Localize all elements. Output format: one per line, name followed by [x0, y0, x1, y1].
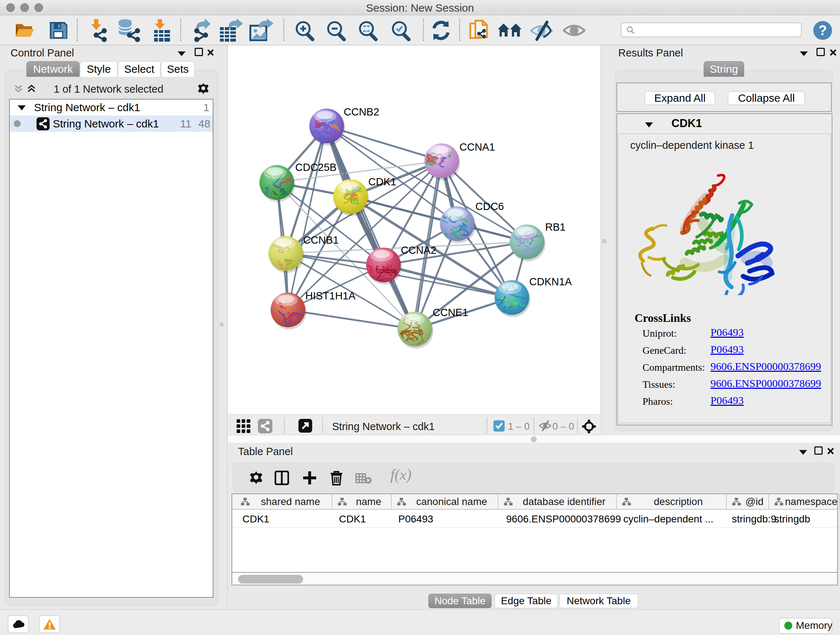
svg-text:CDC25B: CDC25B	[295, 162, 336, 173]
svg-text:CCNA2: CCNA2	[401, 244, 436, 256]
svg-text:CDK1: CDK1	[368, 176, 396, 187]
svg-text:CCNE1: CCNE1	[433, 307, 468, 318]
svg-text:CCNA1: CCNA1	[459, 141, 495, 153]
svg-text:CDC6: CDC6	[475, 201, 504, 212]
svg-text:CCNB1: CCNB1	[303, 234, 339, 246]
svg-text:HIST1H1A: HIST1H1A	[305, 290, 355, 302]
svg-text:CCNB2: CCNB2	[344, 106, 379, 118]
svg-text:CDKN1A: CDKN1A	[529, 276, 572, 287]
svg-text:RB1: RB1	[545, 221, 565, 233]
